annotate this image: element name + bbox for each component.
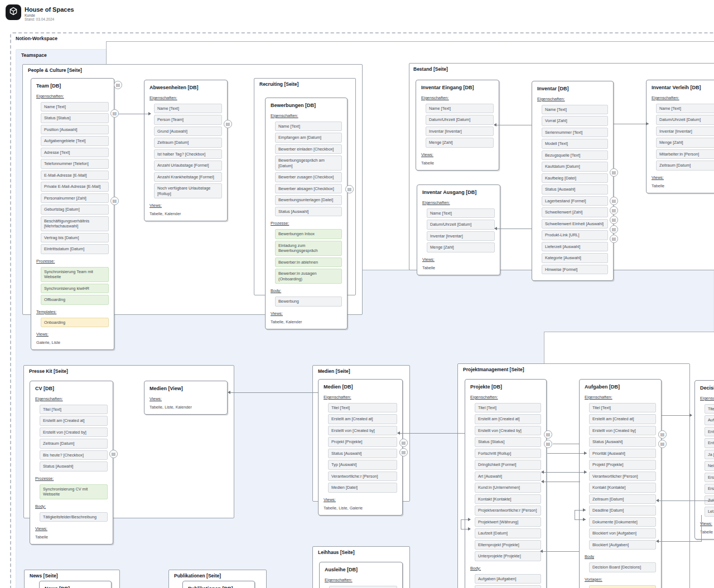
section-label: Eigenschaften: xyxy=(421,95,494,100)
field-row: Fortschritt [Rollup] xyxy=(475,449,541,458)
views-label: Views: xyxy=(324,497,397,502)
field-row: Deadline [Datum] xyxy=(589,506,656,515)
connector-projekte-aufgaben xyxy=(547,453,587,454)
row-group: Decision Board [Decisions] xyxy=(589,562,656,572)
views-list: Tabelle xyxy=(700,529,714,534)
row-group: Name [Text]Datum/Uhrzeit [Datum]Inventar… xyxy=(427,208,495,252)
section-label-publikationen: Publikationen [Seite] xyxy=(174,573,221,579)
ausleihe-db-card: Ausleihe [DB]Eigenschaften:Name [Text] xyxy=(319,562,403,588)
field-row: Schwellenwert [Zahl] xyxy=(542,207,608,217)
arrow-icon xyxy=(656,499,659,502)
field-row: Kaufdatum [Datum] xyxy=(542,162,608,171)
row-group: Titel [Text]Aufgabe [Aufgaben]Entscheidu… xyxy=(705,404,714,517)
field-row: Zeitraum [Datum] xyxy=(589,494,656,504)
field-row: Blockiert [Aufgaben] xyxy=(589,540,656,550)
row-group: Titel [Text]Erstellt am [Created at]Erst… xyxy=(475,403,541,561)
template-row: Aufgabe xyxy=(589,585,656,588)
connector-decision-board-vertical xyxy=(701,515,702,541)
field-row: Status [Auswahl] xyxy=(275,207,342,216)
field-row: Medien [Datei] xyxy=(328,483,397,492)
field-row: Name [Text] xyxy=(656,104,714,113)
section-label-presse-kit: Presse Kit [Seite] xyxy=(29,368,68,374)
field-row: Menge [Zahl] xyxy=(427,242,495,252)
app-title: House of Spaces xyxy=(25,6,74,13)
section-label: Body xyxy=(585,554,656,559)
section-label: Eigenschaften: xyxy=(35,396,108,401)
connector-projekte-selfloop xyxy=(461,519,461,529)
section-label: Prozesse: xyxy=(271,221,342,226)
field-row: Datum/Uhrzeit [Datum] xyxy=(656,115,714,124)
section-label: Body: xyxy=(35,504,108,509)
field-row: Blockiert von [Aufgaben] xyxy=(589,528,656,538)
arrow-icon xyxy=(397,431,400,435)
table-view-icon: ▤ xyxy=(610,235,618,243)
field-row: Status [Auswahl] xyxy=(40,461,108,471)
views-label: Views: xyxy=(149,396,222,401)
inventar-db-card: Inventar [DB]Eigenschaften:Name [Text]Vo… xyxy=(532,81,614,281)
section-label-people-culture: People & Culture [Seite] xyxy=(28,67,82,73)
field-row: Zeitraum [Datum] xyxy=(154,138,222,147)
process-row: Synchronisierung Team mit Webseite xyxy=(41,267,109,282)
table-view-icon: ▤ xyxy=(658,440,667,448)
field-row: Bezugsquelle [Text] xyxy=(542,150,608,160)
field-row: Dokumente [Dokumente] xyxy=(475,585,541,588)
field-row: Decision Board [Decisions] xyxy=(589,562,656,572)
arrow-icon xyxy=(584,470,587,474)
card-title: Inventar Ausgang [DB] xyxy=(422,189,495,195)
section-label: Eigenschaften: xyxy=(700,396,714,401)
section-label: Eigenschaften: xyxy=(271,113,342,118)
table-view-icon: ▤ xyxy=(114,81,122,89)
inventar-ausgang-db-card: Inventar Ausgang [DB]Eigenschaften:Name … xyxy=(417,184,500,275)
section-label: Vorlagen: xyxy=(585,577,656,582)
connector-medien-projekte xyxy=(398,433,465,434)
field-row: Status [Auswahl] xyxy=(542,184,608,194)
field-row: Status [Auswahl] xyxy=(589,437,656,446)
connector-inventar-ausgang xyxy=(495,229,532,229)
field-row: Erstellt am [Created at] xyxy=(589,414,656,424)
field-row: Titel [Text] xyxy=(475,403,541,412)
aufgaben-db-card: Aufgaben [DB]Eigenschaften:Titel [Text]E… xyxy=(579,379,662,588)
card-title: Aufgaben [DB] xyxy=(585,384,656,390)
process-row: Synchronisierung kiwiHR xyxy=(41,284,109,293)
field-row: Bewerbung xyxy=(275,297,342,306)
table-view-icon: ▤ xyxy=(109,450,118,458)
field-row: Erstellt von [Created by] xyxy=(589,426,656,435)
field-row: Entscheidung [Text] xyxy=(705,427,714,436)
views-list: Tabelle xyxy=(421,161,494,166)
card-title: Projekte [DB] xyxy=(470,384,541,390)
connector-team-abwesenheiten xyxy=(118,114,151,114)
decisions-db-card: Decisions [DB]Eigenschaften:Titel [Text]… xyxy=(694,380,714,540)
process-row: Bewerber:in ablehnen xyxy=(275,257,342,267)
connector-kundin-kontakt xyxy=(542,472,587,473)
news-db-card: News [DB] xyxy=(39,581,112,588)
arrow-icon xyxy=(468,518,471,521)
field-row: Lagerbestand [Formel] xyxy=(542,196,608,206)
connector-inventar-eingang xyxy=(495,125,532,125)
field-row: Erstellt am [Created at] xyxy=(475,414,541,424)
table-view-icon: ▤ xyxy=(610,168,618,177)
views-list: Tabelle, Kalender xyxy=(271,319,342,324)
field-row: Erstellt von [Created by] xyxy=(705,484,714,493)
card-title: Team [DB] xyxy=(36,83,109,89)
card-title: Abwesenheiten [DB] xyxy=(149,85,222,90)
field-row: Person [Team] xyxy=(154,115,222,124)
field-row: Dokumente [Dokumente] xyxy=(589,517,656,527)
field-row: Seriennummer [Text] xyxy=(542,128,608,137)
arrow-icon xyxy=(584,451,587,455)
field-row: Erstellt am [Created at] xyxy=(705,473,714,482)
field-row: Status [Auswahl] xyxy=(328,449,397,458)
section-label-news: News [Seite] xyxy=(30,573,58,579)
field-row: Inventar [Inventar] xyxy=(427,231,495,241)
field-row: Verantwortlicher [Person] xyxy=(589,472,656,481)
views-list: Tabelle, Liste, Galerie xyxy=(324,506,397,511)
field-row: Status [Status] xyxy=(41,113,109,123)
section-label: Body: xyxy=(470,566,541,571)
field-row: Empfangen am [Datum] xyxy=(275,133,342,142)
process-row: Einladung zum Bewerbungsgespräch xyxy=(275,241,342,256)
card-title: News [DB] xyxy=(45,586,106,588)
views-label: Views: xyxy=(271,311,342,316)
inventar-verleih-db-card: Inventar Verleih [DB]Eigenschaften:Name … xyxy=(646,80,714,193)
field-row: Menge [Zahl] xyxy=(426,138,494,147)
row-group: Bewerbung xyxy=(275,297,342,306)
field-row: Elternprojekt [Projekte] xyxy=(475,540,541,550)
